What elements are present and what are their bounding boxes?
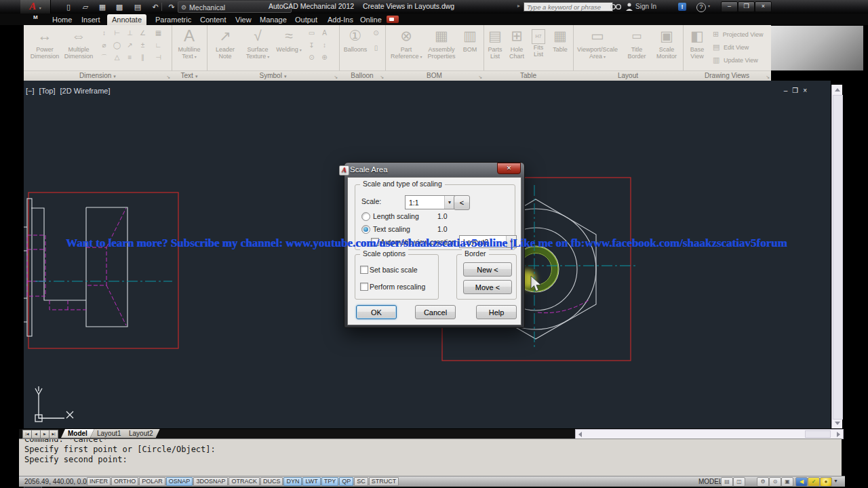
ribbon-button-multiple-dimension[interactable]: Multiple Dimension <box>63 27 94 60</box>
save-as-icon[interactable] <box>113 1 125 13</box>
help-icon[interactable]: ? <box>696 3 706 12</box>
viewport-view-control[interactable]: [Top] <box>39 87 56 95</box>
scale-dropdown[interactable]: 1:1 <box>405 195 455 209</box>
panel-label-dimension[interactable]: Dimension <box>24 70 172 81</box>
ok-button[interactable]: OK <box>356 305 397 319</box>
ribbon-button-hole-chart[interactable]: Hole Chart <box>507 27 527 60</box>
annotation-visibility-icon[interactable] <box>808 477 820 487</box>
toggle-dyn[interactable]: DYN <box>283 477 302 486</box>
cancel-button[interactable]: Cancel <box>415 305 456 319</box>
workspace-switching-icon[interactable] <box>757 477 769 487</box>
ribbon-button-multiline-text[interactable]: A Multiline Text <box>174 27 205 60</box>
last-tab-icon[interactable]: ▶| <box>49 430 58 439</box>
toggle-struct[interactable]: STRUCT <box>369 477 399 486</box>
tab-layout2[interactable]: Layout2 <box>122 429 160 438</box>
ribbon-button-viewport-scale-area[interactable]: Viewport/Scale Area <box>576 27 619 60</box>
restore-button[interactable]: ❒ <box>738 1 755 12</box>
plot-icon[interactable] <box>132 1 144 13</box>
open-file-icon[interactable] <box>79 1 92 13</box>
toggle-sc[interactable]: SC <box>354 477 368 486</box>
ribbon-button-projected-view[interactable]: Projected View <box>713 28 764 40</box>
ribbon-button-surface-texture[interactable]: Surface Texture <box>242 27 273 60</box>
panel-label-bom[interactable]: BOM <box>385 70 484 81</box>
ribbon-button-welding[interactable]: Welding <box>275 27 303 54</box>
horizontal-scrollbar[interactable] <box>575 429 844 439</box>
save-icon[interactable] <box>96 1 108 13</box>
screencast-record-icon[interactable] <box>387 16 399 23</box>
ribbon-button-fits-list[interactable]: H7 Fits List <box>528 27 549 58</box>
ribbon-button-power-dimension[interactable]: Power Dimension <box>29 27 60 60</box>
dim-radius-icon[interactable] <box>111 40 123 51</box>
ribbon-button-parts-list[interactable]: Parts List <box>485 27 505 60</box>
dialog-title-bar[interactable]: A Scale Area <box>350 165 388 174</box>
toggle-otrack[interactable]: OTRACK <box>229 477 260 486</box>
symbol-target-icon[interactable] <box>319 52 330 63</box>
prev-tab-icon[interactable]: ◀ <box>31 430 41 439</box>
hscroll-thumb[interactable] <box>805 430 831 438</box>
dialog-close-button[interactable]: ✕ <box>497 163 521 174</box>
new-file-icon[interactable] <box>62 1 75 13</box>
symbol-frame-icon[interactable] <box>306 28 317 39</box>
annotation-scale-icon[interactable] <box>795 477 808 487</box>
toggle-tpy[interactable]: TPY <box>321 477 339 486</box>
toggle-osnap[interactable]: OSNAP <box>166 477 193 486</box>
ribbon-button-balloons[interactable]: Balloons <box>342 27 369 53</box>
dim-tolerance-icon[interactable] <box>137 40 149 51</box>
dim-parallel-icon[interactable] <box>137 52 149 63</box>
quick-view-layouts-icon[interactable] <box>721 477 733 487</box>
border-move-button[interactable]: Move < <box>463 280 512 294</box>
search-input[interactable] <box>524 2 613 12</box>
panel-label-table[interactable]: Table <box>484 70 573 81</box>
set-basic-scale-checkbox[interactable] <box>360 266 368 274</box>
quick-view-drawings-icon[interactable] <box>733 477 745 487</box>
drawing-window-controls[interactable]: –❒× <box>784 87 812 94</box>
next-tab-icon[interactable]: ▶ <box>40 430 50 439</box>
panel-label-balloon[interactable]: Balloon <box>339 70 385 81</box>
ribbon-button-base-view[interactable]: Base View <box>684 27 710 60</box>
lock-ui-icon[interactable] <box>769 477 781 487</box>
tab-layout1[interactable]: Layout1 <box>90 429 128 438</box>
ribbon-button-table[interactable]: Table <box>550 27 570 53</box>
panel-label-symbol[interactable]: Symbol <box>207 70 339 81</box>
symbol-datum-icon[interactable] <box>319 28 330 39</box>
dim-arc-icon[interactable] <box>98 52 110 63</box>
dim-arrange-icon[interactable] <box>153 28 164 39</box>
vertical-scrollbar[interactable] <box>831 85 842 428</box>
first-tab-icon[interactable]: |◀ <box>22 430 32 439</box>
dim-chamfer-icon[interactable] <box>111 52 123 63</box>
scale-expand-button[interactable]: < <box>454 195 470 210</box>
app-menu-button[interactable]: A ▾ <box>20 0 51 14</box>
scroll-left-icon[interactable] <box>578 432 582 437</box>
balloon-list-icon[interactable] <box>370 43 382 54</box>
sign-in-link[interactable]: Sign In <box>635 1 656 12</box>
tab-annotate[interactable]: Annotate <box>107 14 146 25</box>
panel-label-text[interactable]: Text <box>172 70 207 81</box>
scroll-up-icon[interactable] <box>835 88 840 92</box>
symbol-edge-icon[interactable] <box>306 40 317 51</box>
redo-icon[interactable] <box>165 1 178 13</box>
toggle-polar[interactable]: POLAR <box>139 477 165 486</box>
dim-angular-icon[interactable] <box>137 28 149 39</box>
tab-output[interactable]: Output <box>290 14 322 25</box>
scroll-down-icon[interactable] <box>835 422 840 425</box>
tab-parametric[interactable]: Parametric <box>151 14 196 25</box>
minimize-button[interactable]: – <box>721 1 738 12</box>
tab-addins[interactable]: Add-Ins <box>323 14 358 25</box>
help-button[interactable]: Help <box>476 305 517 319</box>
dim-jogged-icon[interactable] <box>124 40 136 51</box>
close-button[interactable]: × <box>755 1 772 12</box>
search-binoculars-icon[interactable] <box>610 3 621 10</box>
dim-perpendicular-icon[interactable] <box>124 28 136 39</box>
help-caret-icon[interactable]: ▾ <box>708 0 710 12</box>
ribbon-button-assembly-properties[interactable]: Assembly Properties <box>425 27 458 60</box>
ribbon-button-edit-view[interactable]: Edit View <box>713 41 749 53</box>
tab-online[interactable]: Online <box>355 14 387 25</box>
command-input-line[interactable]: Specify second point: <box>24 455 127 464</box>
tab-insert[interactable]: Insert <box>77 14 105 25</box>
ribbon-button-title-border[interactable]: Title Border <box>623 27 650 60</box>
infocenter-expand-icon[interactable]: ▸ <box>517 3 520 9</box>
dim-diameter-icon[interactable] <box>98 40 110 51</box>
exchange-apps-icon[interactable]: ! <box>678 3 686 11</box>
ribbon-button-update-view[interactable]: Update View <box>713 54 758 66</box>
command-window[interactable]: Command: *Cancel* Specify first point or… <box>19 439 842 476</box>
